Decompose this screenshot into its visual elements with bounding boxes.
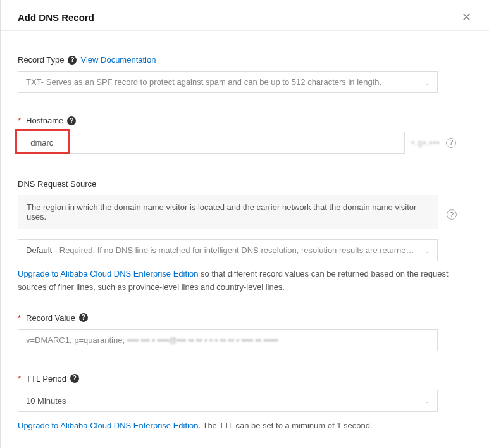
ttl-upgrade-text: Upgrade to Alibaba Cloud DNS Enterprise … [18,420,461,433]
help-icon[interactable]: ? [67,116,76,125]
dns-request-source-info: The region in which the domain name visi… [18,195,438,229]
dns-request-source-label: DNS Request Source [18,179,96,189]
ttl-group: * TTL Period ? 10 Minutes ⌄ Upgrade to A… [18,374,473,433]
record-value-input[interactable]: v=DMARC1; p=quarantine; ▪▪▪▪ ▪▪▪ ▪ ▪▪▪▪@… [18,329,438,351]
record-value-group: * Record Value ? v=DMARC1; p=quarantine;… [18,313,473,351]
record-value-label: Record Value [26,313,75,323]
upgrade-link[interactable]: Upgrade to Alibaba Cloud DNS Enterprise … [18,269,198,278]
record-value-obscured: ▪▪▪▪ ▪▪▪ ▪ ▪▪▪▪@▪▪▪ ▪▪ ▪▪ ▪ ▪ ▪ ▪▪ ▪▪ ▪ … [127,335,278,345]
chevron-down-icon: ⌄ [424,247,430,254]
help-icon[interactable]: ? [446,138,456,148]
dns-request-source-select[interactable]: Default - Required. If no DNS line is ma… [18,239,438,261]
view-documentation-link[interactable]: View Documentation [80,55,156,65]
ttl-label: TTL Period [26,374,66,383]
dns-request-source-group: DNS Request Source The region in which t… [18,179,473,294]
chevron-down-icon: ⌄ [424,397,430,404]
record-type-label: Record Type [18,55,64,65]
dns-source-selected-prefix: Default - [26,246,59,255]
hostname-label: Hostname [26,116,63,125]
upgrade-description: The TTL can be set to a miminum of 1 sec… [201,421,372,430]
help-icon[interactable]: ? [70,374,79,383]
record-type-select[interactable]: TXT- Serves as an SPF record to protect … [18,71,438,93]
help-icon[interactable]: ? [447,209,457,220]
record-type-group: Record Type ? View Documentation TXT- Se… [18,55,473,93]
record-type-selected: TXT- Serves as an SPF record to protect … [26,77,381,87]
dns-source-selected: Required. If no DNS line is matched for … [59,246,438,255]
help-icon[interactable]: ? [68,56,77,65]
hostname-suffix: •.g▪.▪•▪ [411,138,440,147]
hostname-group: * Hostname ? •.g▪.▪•▪ ? [18,116,473,154]
modal-title: Add DNS Record [18,12,94,23]
ttl-selected: 10 Minutes [26,396,66,406]
chevron-down-icon: ⌄ [424,78,430,85]
close-icon[interactable]: ✕ [462,11,471,23]
record-value-visible: v=DMARC1; p=quarantine; [26,335,127,345]
hostname-input[interactable] [18,132,405,154]
dns-source-upgrade-text: Upgrade to Alibaba Cloud DNS Enterprise … [18,268,461,294]
required-indicator: * [18,116,21,125]
modal-header: Add DNS Record ✕ [1,0,489,31]
required-indicator: * [18,313,21,323]
help-icon[interactable]: ? [79,313,88,322]
required-indicator: * [18,374,21,383]
ttl-select[interactable]: 10 Minutes ⌄ [18,390,438,412]
upgrade-link[interactable]: Upgrade to Alibaba Cloud DNS Enterprise … [18,421,201,430]
